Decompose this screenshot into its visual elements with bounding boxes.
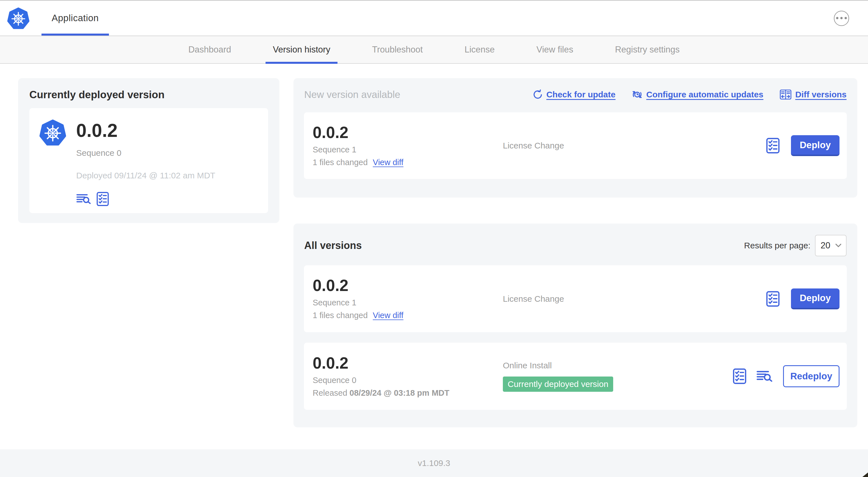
tab-dashboard-label: Dashboard xyxy=(188,44,231,55)
currently-deployed-card: Currently deployed version 0.0.2 Sequenc… xyxy=(18,78,279,223)
refresh-icon xyxy=(532,89,542,100)
version-row-sequence-1: 0.0.2 Sequence 1 1 files changed View di… xyxy=(304,265,847,332)
version-sequence: Sequence 0 xyxy=(313,376,503,385)
tab-view-files[interactable]: View files xyxy=(536,36,573,63)
tab-license[interactable]: License xyxy=(464,36,495,63)
deploy-button[interactable]: Deploy xyxy=(791,289,839,309)
version-sequence: Sequence 1 xyxy=(313,298,503,307)
console-footer: v1.109.3 xyxy=(0,449,868,477)
kubernetes-app-icon xyxy=(39,119,66,147)
chevron-down-icon xyxy=(835,244,841,247)
results-per-page-label: Results per page: xyxy=(744,241,810,250)
version-number: 0.0.2 xyxy=(313,355,503,371)
app-tab[interactable]: Application xyxy=(41,1,109,35)
configure-automatic-updates-link[interactable]: Configure automatic updates xyxy=(632,89,763,100)
tab-troubleshoot-label: Troubleshoot xyxy=(372,44,423,55)
view-diff-link[interactable]: View diff xyxy=(373,311,404,320)
all-versions-card: All versions Results per page: 20 0.0.2 … xyxy=(293,223,857,427)
currently-deployed-title: Currently deployed version xyxy=(29,89,268,101)
main-content: Currently deployed version 0.0.2 Sequenc… xyxy=(0,64,868,449)
tab-registry-settings-label: Registry settings xyxy=(615,44,680,55)
currently-deployed-inner-card: 0.0.2 Sequence 0 Deployed 09/11/24 @ 11:… xyxy=(29,108,268,213)
check-for-update-link[interactable]: Check for update xyxy=(532,89,615,100)
redeploy-button[interactable]: Redeploy xyxy=(783,365,839,387)
new-version-available-title: New version available xyxy=(304,89,400,100)
check-for-update-label: Check for update xyxy=(546,90,615,99)
kubernetes-logo-icon xyxy=(7,7,29,30)
view-deploy-logs-icon[interactable] xyxy=(756,370,773,382)
app-tab-label: Application xyxy=(52,13,99,23)
diff-versions-label: Diff versions xyxy=(795,90,846,99)
ellipsis-icon xyxy=(836,17,847,19)
view-config-checklist-icon[interactable] xyxy=(766,291,780,307)
current-version-number: 0.0.2 xyxy=(76,121,215,140)
tab-troubleshoot[interactable]: Troubleshoot xyxy=(372,36,423,63)
version-number: 0.0.2 xyxy=(313,124,503,141)
pending-version-row: 0.0.2 Sequence 1 1 files changed View di… xyxy=(304,112,847,179)
more-options-button[interactable] xyxy=(834,11,849,26)
released-timestamp: Released 08/29/24 @ 03:18 pm MDT xyxy=(313,388,449,398)
version-source: License Change xyxy=(503,141,766,150)
version-source: Online Install xyxy=(503,361,733,370)
tab-license-label: License xyxy=(464,44,495,55)
view-config-checklist-icon[interactable] xyxy=(766,138,780,153)
current-version-deployed-timestamp: Deployed 09/11/24 @ 11:02 am MDT xyxy=(76,171,215,180)
files-changed-label: 1 files changed xyxy=(313,158,368,167)
view-config-checklist-icon[interactable] xyxy=(96,192,109,206)
diff-versions-link[interactable]: Diff versions xyxy=(780,89,846,100)
files-changed-label: 1 files changed xyxy=(313,311,368,320)
tab-registry-settings[interactable]: Registry settings xyxy=(615,36,680,63)
diff-icon xyxy=(780,89,792,100)
view-diff-link[interactable]: View diff xyxy=(373,158,404,167)
view-config-checklist-icon[interactable] xyxy=(733,368,746,384)
app-tab-active-indicator xyxy=(41,34,109,35)
version-sequence: Sequence 1 xyxy=(313,145,503,154)
version-source: License Change xyxy=(503,294,766,304)
version-row-sequence-0: 0.0.2 Sequence 0 Released 08/29/24 @ 03:… xyxy=(304,342,847,410)
version-number: 0.0.2 xyxy=(313,277,503,294)
all-versions-title: All versions xyxy=(304,240,362,251)
results-per-page-select[interactable]: 20 xyxy=(815,235,846,256)
deploy-button[interactable]: Deploy xyxy=(791,135,839,156)
current-version-sequence: Sequence 0 xyxy=(76,148,215,158)
cursor-artifact xyxy=(862,473,868,477)
tab-dashboard[interactable]: Dashboard xyxy=(188,36,231,63)
new-version-available-card: New version available Check for update C… xyxy=(293,78,857,198)
results-per-page-value: 20 xyxy=(820,240,830,251)
view-deploy-logs-icon[interactable] xyxy=(76,193,91,204)
console-version-label: v1.109.3 xyxy=(417,458,450,468)
tab-version-history[interactable]: Version history xyxy=(273,36,330,63)
app-subnav: Dashboard Version history Troubleshoot L… xyxy=(0,35,868,64)
auto-update-clock-icon xyxy=(632,89,643,100)
tab-version-history-label: Version history xyxy=(273,44,330,55)
tab-view-files-label: View files xyxy=(536,44,573,55)
configure-automatic-updates-label: Configure automatic updates xyxy=(646,90,763,99)
currently-deployed-badge: Currently deployed version xyxy=(503,377,613,392)
admin-console-page: Application Dashboard Version history Tr… xyxy=(0,0,868,477)
app-header: Application xyxy=(0,0,868,35)
